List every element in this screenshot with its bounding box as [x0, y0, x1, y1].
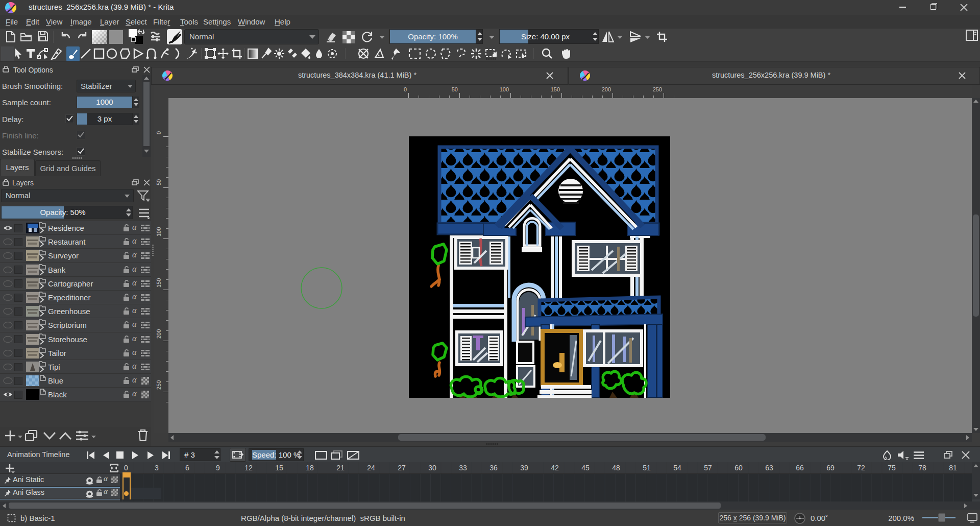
svg-text:0: 0 — [404, 86, 407, 92]
svg-text:57: 57 — [704, 464, 712, 472]
svg-text:250: 250 — [156, 380, 162, 390]
svg-text:24: 24 — [367, 464, 375, 472]
svg-text:42: 42 — [551, 464, 559, 472]
svg-text:69: 69 — [826, 464, 835, 472]
svg-text:50: 50 — [452, 86, 458, 92]
svg-text:48: 48 — [612, 464, 620, 472]
svg-text:60: 60 — [734, 464, 743, 472]
svg-text:0: 0 — [124, 464, 128, 472]
svg-text:250: 250 — [653, 86, 662, 92]
svg-text:81: 81 — [949, 464, 957, 472]
svg-text:100: 100 — [156, 227, 162, 236]
svg-text:75: 75 — [888, 464, 896, 472]
svg-text:51: 51 — [643, 464, 651, 472]
svg-text:200: 200 — [156, 329, 162, 339]
svg-text:50: 50 — [156, 179, 162, 185]
svg-text:200: 200 — [602, 86, 611, 92]
svg-text:66: 66 — [796, 464, 804, 472]
svg-text:3: 3 — [155, 464, 159, 472]
svg-text:12: 12 — [244, 464, 253, 472]
svg-text:18: 18 — [306, 464, 314, 472]
svg-text:27: 27 — [398, 464, 406, 472]
svg-text:45: 45 — [581, 464, 590, 472]
svg-text:54: 54 — [673, 464, 681, 472]
svg-text:9: 9 — [216, 464, 220, 472]
svg-text:33: 33 — [459, 464, 467, 472]
svg-text:39: 39 — [520, 464, 528, 472]
svg-text:0: 0 — [156, 131, 162, 134]
svg-text:150: 150 — [551, 86, 560, 92]
svg-text:30: 30 — [428, 464, 436, 472]
svg-text:6: 6 — [185, 464, 189, 472]
svg-text:15: 15 — [275, 464, 283, 472]
svg-text:78: 78 — [918, 464, 926, 472]
svg-text:150: 150 — [156, 278, 162, 288]
svg-text:36: 36 — [489, 464, 498, 472]
svg-text:72: 72 — [857, 464, 865, 472]
svg-text:100: 100 — [500, 86, 509, 92]
svg-text:21: 21 — [336, 464, 345, 472]
svg-text:63: 63 — [765, 464, 773, 472]
